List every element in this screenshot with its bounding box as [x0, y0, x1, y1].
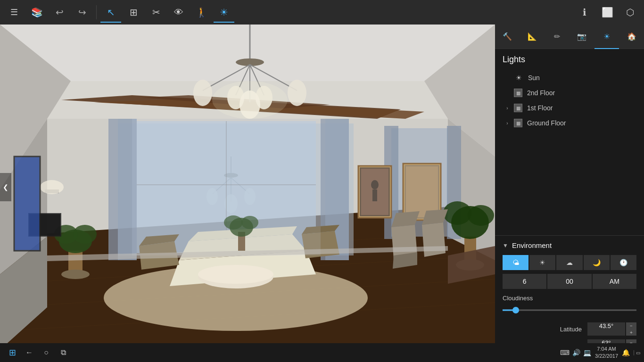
pencil-icon: ✏ — [554, 32, 560, 41]
light-item-sun[interactable]: › ☀ Sun — [503, 70, 636, 85]
latitude-input[interactable]: 43.5° — [587, 322, 625, 336]
redo-icon: ↪ — [78, 7, 86, 18]
hour-input[interactable]: 6 — [503, 274, 546, 289]
svg-point-50 — [40, 180, 64, 194]
back-button[interactable]: ← — [21, 344, 38, 361]
1stfloor-icon: ▦ — [514, 104, 522, 112]
menu-icon: ☰ — [10, 7, 18, 17]
separator-1 — [96, 5, 97, 19]
light-item-ground-floor[interactable]: › ▦ Ground Floor — [503, 115, 636, 131]
show-desktop-icon[interactable]: ▭ — [634, 350, 640, 355]
network-icon[interactable]: 💻 — [583, 349, 591, 356]
panel-icon-bar: 🔨 📐 ✏ 📷 ☀ 🏠 — [495, 25, 644, 49]
home-panel-button[interactable]: 🏠 — [619, 25, 644, 49]
cube-icon: ⬡ — [626, 7, 634, 18]
info-icon: ℹ — [583, 7, 586, 18]
groundfloor-chevron[interactable]: › — [503, 118, 512, 128]
latitude-decrease[interactable]: − — [626, 322, 636, 329]
cloudy-button[interactable]: ☁ — [556, 255, 582, 270]
tablet-mode-icon[interactable]: ⌨ — [560, 349, 570, 356]
svg-point-82 — [468, 205, 494, 226]
3d-button[interactable]: ⬡ — [619, 2, 640, 23]
taskview-button[interactable]: ⧉ — [55, 344, 72, 361]
build-icon: 🔨 — [503, 32, 512, 41]
undo-icon: ↩ — [56, 7, 64, 18]
clock-button[interactable]: 🕐 — [611, 255, 636, 270]
night-button[interactable]: 🌙 — [584, 255, 610, 270]
lights-button[interactable]: ☀ — [214, 2, 234, 23]
lighting-panel-button[interactable]: ☀ — [594, 25, 619, 49]
top-toolbar: ☰ 📚 ↩ ↪ ↖ ⊞ ✂ 👁 🚶 ☀ ℹ ⬜ ⬡ — [0, 0, 644, 25]
measure-panel-button[interactable]: 📐 — [520, 25, 545, 49]
svg-point-70 — [61, 270, 90, 279]
sun-light-icon: ☀ — [514, 73, 523, 82]
light-item-1st-floor[interactable]: › ▦ 1st Floor — [503, 100, 636, 115]
notification-icon[interactable]: 🔔 — [622, 349, 630, 356]
cloudiness-label: Cloudiness — [503, 295, 636, 302]
start-button[interactable]: ⊞ — [4, 344, 21, 361]
time-inputs: 6 00 AM — [503, 274, 636, 289]
light-item-2nd-floor[interactable]: › ▦ 2nd Floor — [503, 85, 636, 100]
latitude-increase[interactable]: + — [626, 329, 636, 336]
camera-panel-button[interactable]: 📷 — [570, 25, 594, 49]
clear-day-button[interactable]: 🌤 — [503, 255, 528, 270]
volume-icon[interactable]: 🔊 — [572, 349, 580, 356]
ground-floor-label: Ground Floor — [527, 119, 566, 127]
layout-icon: ⬜ — [602, 7, 613, 18]
undo-button[interactable]: ↩ — [49, 2, 70, 23]
slider-thumb[interactable] — [512, 307, 519, 313]
walk-icon: 🚶 — [196, 7, 207, 18]
1stfloor-chevron[interactable]: › — [503, 103, 512, 113]
slider-track — [503, 310, 636, 311]
environment-header[interactable]: ▼ Environment — [503, 241, 636, 249]
build-panel-button[interactable]: 🔨 — [495, 25, 520, 49]
home-button[interactable]: ○ — [38, 344, 55, 361]
latitude-label: Latitude — [503, 326, 587, 333]
sunny-button[interactable]: ☀ — [529, 255, 555, 270]
cloudiness-slider[interactable] — [503, 305, 636, 315]
system-time[interactable]: 7:04 AM 3/22/2017 — [595, 346, 618, 360]
circle-icon: ○ — [44, 348, 49, 357]
svg-rect-55 — [372, 189, 377, 201]
minute-input[interactable]: 00 — [547, 274, 591, 289]
arrow-icon: ❮ — [3, 183, 8, 191]
svg-marker-86 — [422, 222, 446, 257]
home-icon: 🏠 — [627, 32, 636, 41]
svg-rect-58 — [406, 166, 438, 217]
lights-section: Lights › ☀ Sun › ▦ 2nd Floor › ▦ 1st Flo… — [495, 49, 644, 235]
svg-point-54 — [371, 180, 379, 189]
svg-point-68 — [198, 265, 273, 284]
2nd-floor-label: 2nd Floor — [527, 89, 555, 97]
left-nav-arrow[interactable]: ❮ — [0, 173, 11, 201]
view-button[interactable]: 👁 — [168, 2, 189, 23]
latitude-row: Latitude 43.5° − + — [503, 322, 636, 336]
environment-chevron: ▼ — [503, 242, 508, 249]
groundfloor-icon: ▦ — [514, 119, 522, 127]
svg-rect-92 — [132, 119, 321, 255]
taskview-icon: ⧉ — [61, 348, 66, 357]
menu-button[interactable]: ☰ — [4, 2, 25, 23]
weather-buttons: 🌤 ☀ ☁ 🌙 🕐 — [503, 255, 636, 270]
scene-svg — [0, 25, 495, 350]
edit-panel-button[interactable]: ✏ — [545, 25, 570, 49]
layout-button[interactable]: ⬜ — [597, 2, 618, 23]
system-tray: ⌨ 🔊 💻 7:04 AM 3/22/2017 🔔 ▭ — [560, 346, 640, 360]
objects-button[interactable]: ⊞ — [123, 2, 144, 23]
edit-button[interactable]: ✂ — [146, 2, 166, 23]
lighting-icon: ☀ — [603, 32, 610, 41]
eye-icon: 👁 — [174, 7, 183, 18]
sun-label: Sun — [528, 74, 540, 82]
select-button[interactable]: ↖ — [100, 2, 121, 23]
latitude-controls: − + — [626, 322, 636, 336]
svg-point-24 — [193, 80, 212, 106]
ampm-input[interactable]: AM — [593, 274, 636, 289]
info-button[interactable]: ℹ — [574, 2, 595, 23]
windows-icon: ⊞ — [9, 347, 16, 358]
sun-icon: ☀ — [220, 7, 228, 18]
walk-button[interactable]: 🚶 — [191, 2, 212, 23]
svg-point-25 — [288, 80, 306, 106]
redo-button[interactable]: ↪ — [72, 2, 92, 23]
3d-viewport[interactable]: ❮ — [0, 25, 495, 350]
library-button[interactable]: 📚 — [26, 2, 47, 23]
objects-icon: ⊞ — [130, 7, 138, 18]
